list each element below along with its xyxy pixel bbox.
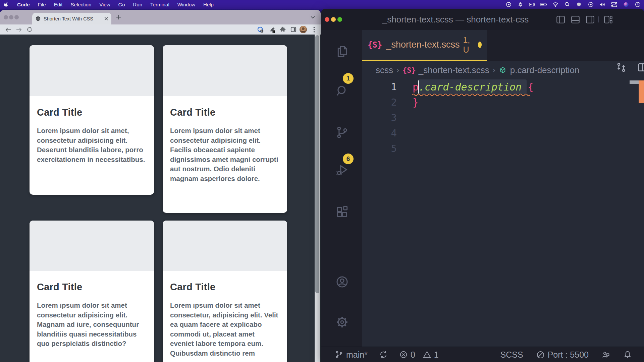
- spotlight-search-icon[interactable]: [563, 1, 572, 8]
- card-title: Card Title: [37, 282, 147, 293]
- minimize-window-button[interactable]: [331, 17, 336, 22]
- language-mode-item[interactable]: SCSS: [500, 350, 523, 360]
- menu-item-code[interactable]: Code: [13, 2, 34, 7]
- browser-tab-strip: Shorten Text With CSS: [0, 10, 321, 24]
- menu-item-run[interactable]: Run: [129, 2, 147, 7]
- notifications-item[interactable]: [623, 350, 632, 359]
- explorer-icon[interactable]: [335, 45, 349, 58]
- git-branch-icon: [335, 350, 343, 359]
- minimize-window-button[interactable]: [9, 15, 13, 19]
- browser-tab[interactable]: Shorten Text With CSS: [32, 13, 111, 24]
- control-center-icon[interactable]: [610, 1, 619, 8]
- symbol-ruleset-icon: [499, 66, 507, 74]
- code-line-2[interactable]: }: [413, 95, 419, 110]
- battery-icon[interactable]: [539, 1, 548, 8]
- reload-icon[interactable]: [25, 24, 34, 35]
- status-bar: main* 0 1 SCSS Port : 5500: [321, 347, 644, 362]
- errors-icon: [399, 350, 408, 359]
- code-line-1[interactable]: p.card-description {: [413, 79, 534, 95]
- forward-icon[interactable]: [14, 24, 23, 35]
- card-image-placeholder: [30, 45, 154, 96]
- screen-mirroring-icon[interactable]: [586, 1, 595, 8]
- feedback-item[interactable]: [601, 350, 610, 359]
- siri-icon[interactable]: [622, 1, 630, 8]
- tab-problems-git-status: 1, U: [463, 35, 472, 55]
- clock-icon[interactable]: [633, 1, 642, 8]
- card-image-placeholder: [163, 221, 287, 271]
- sync-item[interactable]: [379, 350, 388, 359]
- live-server-item[interactable]: Port : 5500: [536, 350, 589, 360]
- search-icon[interactable]: [335, 84, 349, 98]
- breadcrumb-file[interactable]: _shorten-text.scss: [419, 65, 489, 75]
- feedback-person-icon: [601, 350, 610, 359]
- run-debug-icon[interactable]: [335, 163, 349, 177]
- git-branch-item[interactable]: main*: [335, 350, 368, 360]
- slash-circle-icon: [536, 350, 545, 359]
- sync-icon: [379, 350, 388, 359]
- settings-gear-icon[interactable]: [335, 315, 349, 329]
- close-window-button[interactable]: [4, 15, 8, 19]
- toggle-primary-sidebar-icon[interactable]: [555, 15, 566, 24]
- rocket-icon[interactable]: [516, 1, 525, 8]
- record-target-icon[interactable]: [504, 1, 513, 8]
- card-image-placeholder: [163, 45, 287, 96]
- editor-background: [362, 61, 644, 347]
- tab-close-icon[interactable]: [104, 17, 108, 20]
- zoom-window-button[interactable]: [337, 17, 342, 22]
- menu-item-terminal[interactable]: Terminal: [146, 2, 173, 7]
- error-squiggle: [412, 93, 531, 96]
- scrollbar-track[interactable]: [315, 35, 320, 362]
- line-number: 3: [365, 110, 397, 125]
- vscode-title-bar: _shorten-text.scss — shorten-text-css: [321, 9, 644, 30]
- source-control-icon[interactable]: [335, 126, 349, 139]
- screen-recording-icon[interactable]: [528, 1, 536, 8]
- more-menu-kebab-icon[interactable]: [309, 24, 319, 35]
- scrollbar-thumb[interactable]: [315, 35, 319, 293]
- menu-item-help[interactable]: Help: [199, 2, 218, 7]
- zoom-window-button[interactable]: [14, 15, 19, 19]
- menu-item-file[interactable]: File: [34, 2, 50, 7]
- password-extension-icon[interactable]: [256, 24, 265, 35]
- card-description: Lorem ipsum dolor sit amet, consectetur …: [37, 126, 147, 164]
- accounts-icon[interactable]: [335, 275, 349, 289]
- customize-layout-icon[interactable]: [603, 15, 613, 24]
- browser-window: Shorten Text With CSS 127.0.0.1:5500/ind…: [0, 10, 321, 362]
- status-dot-icon[interactable]: [575, 1, 583, 8]
- extensions-icon[interactable]: [335, 205, 349, 218]
- profile-avatar[interactable]: [299, 24, 308, 35]
- token-selector: .card-description: [419, 81, 522, 93]
- live-server-port: Port : 5500: [548, 350, 589, 360]
- wifi-icon[interactable]: [551, 1, 560, 8]
- menu-item-selection[interactable]: Selection: [67, 2, 96, 7]
- modified-dot-icon[interactable]: [478, 42, 482, 48]
- apple-menu-icon[interactable]: [0, 2, 13, 7]
- extensions-puzzle-icon[interactable]: [278, 24, 287, 35]
- problems-item[interactable]: 0 1: [399, 350, 439, 360]
- menu-item-window[interactable]: Window: [173, 2, 199, 7]
- error-count: 0: [411, 350, 415, 360]
- menu-item-view[interactable]: View: [95, 2, 114, 7]
- menu-item-edit[interactable]: Edit: [50, 2, 67, 7]
- menu-bar-status-icons: [504, 0, 642, 9]
- chevron-right-icon: ›: [493, 65, 495, 75]
- side-panel-icon[interactable]: [289, 24, 298, 35]
- window-title: _shorten-text.scss — shorten-text-css: [372, 9, 539, 30]
- toggle-secondary-sidebar-icon[interactable]: [585, 15, 595, 24]
- warning-count: 1: [434, 350, 439, 360]
- toggle-panel-icon[interactable]: [570, 15, 580, 24]
- breadcrumb-folder[interactable]: scss: [376, 65, 393, 75]
- editor-tab[interactable]: {S} _shorten-text.scss 1, U: [362, 30, 487, 61]
- back-icon[interactable]: [3, 24, 13, 35]
- card: Card Title Lorem ipsum dolor sit amet co…: [163, 45, 287, 213]
- new-tab-button[interactable]: [116, 15, 121, 20]
- breadcrumb-symbol[interactable]: p.card-description: [510, 65, 580, 75]
- vscode-window: _shorten-text.scss — shorten-text-css 1 …: [321, 9, 644, 362]
- macos-menu-bar: Code File Edit Selection View Go Run Ter…: [0, 0, 644, 9]
- globe-favicon: [36, 16, 41, 21]
- menu-item-go[interactable]: Go: [114, 2, 129, 7]
- volume-icon[interactable]: [598, 1, 607, 8]
- color-picker-extension-icon[interactable]: [267, 24, 277, 35]
- close-window-button[interactable]: [325, 17, 329, 22]
- tab-search-chevron-icon[interactable]: [311, 16, 315, 19]
- card-image-placeholder: [30, 221, 154, 271]
